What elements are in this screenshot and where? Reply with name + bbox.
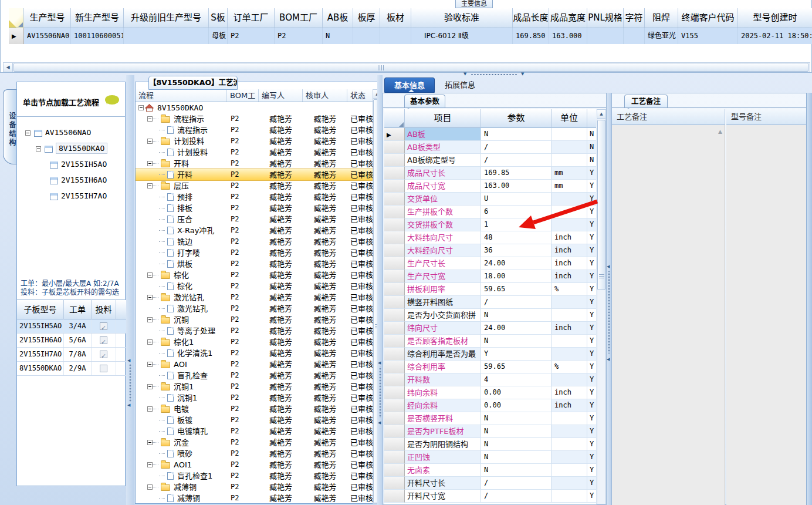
param-value[interactable]: 59.65 xyxy=(481,283,552,296)
param-row[interactable]: ▶ AB板类型 / N xyxy=(384,141,596,154)
param-row[interactable]: ▶ 是否为PTFE板材 N Y xyxy=(384,425,596,438)
row-selector[interactable]: ▶ xyxy=(384,425,405,438)
tree-node-selected[interactable]: 8V1550DKAO xyxy=(17,140,125,156)
flow-step-row[interactable]: 打字喽 P2 臧艳芳 臧艳芳 已审核 xyxy=(136,247,373,258)
flow-step-row[interactable]: 减薄铜 P2 臧艳芳 臧艳芳 已审核 xyxy=(136,493,373,504)
row-selector[interactable]: ▶ xyxy=(384,283,405,296)
param-value[interactable]: U xyxy=(481,193,552,206)
flow-step-row[interactable]: 沉铜1 P2 臧艳芳 臧艳芳 已审核 xyxy=(136,392,373,403)
flow-step-row[interactable]: 沉铜 P2 臧艳芳 臧艳芳 已审核 xyxy=(136,314,373,325)
right-edge-scrollbar[interactable] xyxy=(806,93,812,505)
param-value[interactable]: N xyxy=(481,451,552,464)
feed-checkbox[interactable] xyxy=(100,322,107,330)
row-selector[interactable]: ▶ xyxy=(384,477,405,490)
flow-step-row[interactable]: 沉铜1 P2 臧艳芳 臧艳芳 已审核 xyxy=(136,381,373,392)
collapse-icon[interactable] xyxy=(147,183,153,188)
row-selector[interactable]: ▶ xyxy=(384,386,405,399)
row-selector[interactable]: ▶ xyxy=(384,490,405,503)
flow-step-row[interactable]: 减薄铜 P2 臧艳芳 臧艳芳 已审核 xyxy=(136,482,373,493)
flow-step-row[interactable]: 电镀填孔 P2 臧艳芳 臧艳芳 已审核 xyxy=(136,426,373,437)
param-value[interactable]: 0.00 xyxy=(481,399,552,412)
row-selector[interactable]: ▶ xyxy=(384,438,405,451)
param-value[interactable]: 6 xyxy=(481,206,552,218)
row-selector[interactable]: ▶ xyxy=(384,361,405,373)
param-value[interactable]: 0.00 xyxy=(481,386,552,399)
scroll-left-icon[interactable]: ◀ xyxy=(4,63,13,72)
param-row[interactable]: ▶ 经向余料 0.00 inch Y xyxy=(384,399,596,412)
param-value[interactable]: 18.00 xyxy=(481,270,552,283)
row-selector[interactable]: ▶ xyxy=(384,399,405,412)
sub-board-row[interactable]: 2V155IH7AO 7/8A xyxy=(17,348,126,362)
param-value[interactable]: N xyxy=(481,128,552,141)
process-remarks-textarea[interactable]: ▲ xyxy=(612,125,725,505)
collapse-icon[interactable] xyxy=(147,462,153,467)
collapse-icon[interactable] xyxy=(147,384,153,389)
scroll-up-icon[interactable]: ▲ xyxy=(718,129,722,134)
param-value[interactable]: 36 xyxy=(481,244,552,257)
param-row[interactable]: ▶ 大料纬向尺寸 48 inch Y xyxy=(384,231,596,244)
row-selector[interactable]: ▶ xyxy=(384,296,405,309)
scrollbar-thumb[interactable] xyxy=(13,63,808,72)
collapse-icon[interactable] xyxy=(147,295,153,300)
param-value[interactable]: 163.00 xyxy=(481,180,552,193)
collapse-icon[interactable] xyxy=(147,484,153,490)
row-selector[interactable]: ▶ xyxy=(384,128,405,141)
param-row[interactable]: ▶ 生产拼板个数 6 Y xyxy=(384,206,596,218)
param-row[interactable]: ▶ 是否顾客指定板材 N Y xyxy=(384,335,596,348)
flow-step-row[interactable]: 盲孔检查 P2 臧艳芳 臧艳芳 已审核 xyxy=(136,370,373,381)
param-value[interactable]: 24.00 xyxy=(481,257,552,270)
param-row[interactable]: ▶ 生产尺寸长 24.00 inch Y xyxy=(384,257,596,270)
tab-process-remarks[interactable]: 工艺备注 xyxy=(624,95,668,107)
tree-node[interactable]: 2V155IH5AO xyxy=(17,156,125,172)
param-value[interactable]: N xyxy=(481,425,552,438)
row-selector[interactable]: ▶ xyxy=(384,335,405,348)
flow-step-row[interactable]: 电镀 P2 臧艳芳 臧艳芳 已审核 xyxy=(136,403,373,415)
feed-checkbox[interactable] xyxy=(100,365,107,372)
collapse-icon[interactable] xyxy=(147,139,153,144)
feed-checkbox[interactable] xyxy=(100,336,107,344)
tab-basic-params[interactable]: 基本参数 xyxy=(404,95,445,107)
row-selector[interactable]: ▶ xyxy=(384,257,405,270)
flow-step-row[interactable]: 化学清洗1 P2 臧艳芳 臧艳芳 已审核 xyxy=(136,348,373,359)
param-value[interactable]: 24.00 xyxy=(481,322,552,335)
collapse-icon[interactable] xyxy=(147,317,153,322)
tree-node[interactable]: 2V155IH6AO xyxy=(17,172,125,188)
flow-step-row[interactable]: 等离子处理 P2 臧艳芳 臧艳芳 已审核 xyxy=(136,325,373,336)
sub-board-row[interactable]: 2V155IH6AO 5/6A xyxy=(17,334,126,348)
sub-board-row[interactable]: 2V155IH5AO 3/4A xyxy=(17,319,126,334)
param-value[interactable]: / xyxy=(481,154,552,167)
row-selector[interactable]: ▶ xyxy=(384,464,405,477)
param-row[interactable]: ▶ 开料尺寸宽 / Y xyxy=(384,490,596,503)
row-selector[interactable]: ▶ xyxy=(384,244,405,257)
param-value[interactable]: 59.65 xyxy=(481,361,552,373)
flow-step-row[interactable]: 沉金 P2 臧艳芳 臧艳芳 已审核 xyxy=(136,437,373,448)
param-row[interactable]: ▶ 交货拼板个数 1 Y xyxy=(384,218,596,231)
main-grid-row[interactable]: ▶ AV15506NA0 10011060005104 母板 P2 P2 N I… xyxy=(1,28,812,44)
row-selector[interactable]: ▶ xyxy=(384,206,405,218)
param-value[interactable]: / xyxy=(481,490,552,503)
param-value[interactable]: / xyxy=(481,296,552,309)
collapse-icon[interactable] xyxy=(36,146,41,152)
param-value[interactable]: 1 xyxy=(481,218,552,231)
collapse-icon[interactable] xyxy=(147,116,153,122)
param-row[interactable]: ▶ AB板 N N xyxy=(384,128,596,141)
scrollbar-thumb[interactable] xyxy=(597,120,605,290)
flow-step-row[interactable]: 流程指示 P2 臧艳芳 臧艳芳 已审核 xyxy=(136,124,373,136)
horizontal-scrollbar[interactable]: ◀ xyxy=(3,62,810,72)
param-vertical-scrollbar[interactable]: ▲ xyxy=(597,109,606,504)
flow-step-row[interactable]: 板镀 P2 臧艳芳 臧艳芳 已审核 xyxy=(136,415,373,426)
collapse-icon[interactable] xyxy=(147,362,153,367)
row-selector[interactable]: ▶ xyxy=(384,451,405,464)
row-selector[interactable]: ▶ xyxy=(384,373,405,386)
sub-board-row[interactable]: 8V1550DKAO 2/9A xyxy=(17,362,126,376)
collapse-icon[interactable] xyxy=(147,272,153,278)
param-value[interactable]: N xyxy=(481,412,552,425)
row-selector[interactable]: ▶ xyxy=(384,412,405,425)
flow-root-row[interactable]: 8V1550DKAO xyxy=(136,102,373,113)
param-value[interactable]: Y xyxy=(481,348,552,361)
row-selector[interactable]: ▶ xyxy=(384,167,405,180)
param-row[interactable]: ▶ 综合利用率 59.65 % Y xyxy=(384,361,596,373)
param-row[interactable]: ▶ 是否为小交货面积拼板 N Y xyxy=(384,309,596,322)
param-row[interactable]: ▶ 大料经向尺寸 36 inch Y xyxy=(384,244,596,257)
flow-step-row[interactable]: X-Ray冲孔 P2 臧艳芳 臧艳芳 已审核 xyxy=(136,225,373,236)
